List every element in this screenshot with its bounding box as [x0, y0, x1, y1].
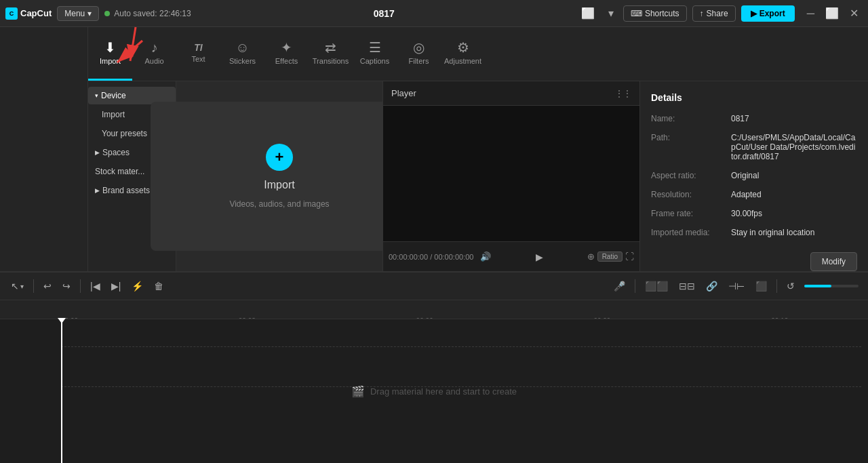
close-button[interactable]: ✕ [846, 5, 863, 21]
export-icon: ▶ [751, 9, 757, 18]
effects-tab-label: Effects [275, 57, 298, 65]
detail-media-label: Imported media: [651, 228, 726, 237]
history-button[interactable]: ↺ [783, 278, 799, 294]
player-right-controls: ⊕ Ratio ⛶ [587, 251, 634, 262]
ratio-badge[interactable]: Ratio [597, 251, 623, 262]
details-title: Details [651, 92, 857, 103]
bottom-toolbar: ↖ ▾ ↩ ↪ |◀ ▶| ⚡ [0, 272, 868, 300]
undo-button[interactable]: ↩ [39, 278, 56, 294]
fullscreen-icon[interactable]: ⛶ [625, 251, 634, 262]
play-button[interactable]: ▶ [536, 251, 543, 262]
detail-framerate: Frame rate: 30.00fps [651, 209, 857, 218]
detail-path: Path: C:/Users/PMLS/AppData/Local/CapCut… [651, 133, 857, 161]
detail-media-value: Stay in original location [731, 228, 857, 237]
logo-icon: C [5, 7, 18, 20]
mark-in-button[interactable]: |◀ [86, 278, 104, 294]
transitions-tab-label: Transitions [313, 57, 349, 65]
import-drop-zone[interactable]: + Import Videos, audios, and images [151, 102, 408, 251]
adjustment-tab-label: Adjustment [444, 57, 481, 65]
main-track [61, 346, 861, 387]
detail-aspect-label: Aspect ratio: [651, 171, 726, 180]
player-menu-icon[interactable]: ⋮⋮ [615, 89, 631, 98]
text-tab-icon: TI [194, 43, 202, 52]
detail-resolution: Resolution: Adapted [651, 190, 857, 199]
tab-transitions[interactable]: ⇄ Transitions [309, 27, 353, 81]
import-plus-button[interactable]: + [266, 144, 293, 171]
tab-text[interactable]: TI Text [176, 27, 220, 81]
clip-mode-button[interactable]: ⬛⬛ [641, 278, 672, 294]
captions-tab-icon: ☰ [369, 41, 381, 54]
monitor-button[interactable]: ⬜ [577, 4, 599, 22]
timeline-content: 🎬 Drag material here and start to create [0, 319, 868, 463]
detail-resolution-value: Adapted [731, 190, 857, 199]
export-button[interactable]: ▶ Export [741, 5, 795, 22]
link-button[interactable]: 🔗 [702, 278, 722, 294]
tab-audio[interactable]: ♪ Audio [132, 27, 176, 81]
app-name: CapCut [20, 8, 52, 18]
filters-tab-label: Filters [409, 57, 429, 65]
detail-aspect-value: Original [731, 171, 857, 180]
player-title: Player [391, 88, 416, 98]
delete-button[interactable]: 🗑 [150, 278, 167, 294]
layout-button[interactable]: ⬛ [751, 278, 771, 294]
mark-in-icon: |◀ [90, 281, 100, 291]
chevron-right-icon-spaces: ▶ [95, 149, 100, 156]
import-drop-area[interactable]: + Import Videos, audios, and images [176, 81, 382, 271]
import-tab-label: Import [100, 57, 121, 65]
chevron-right-icon-brand: ▶ [95, 187, 100, 194]
tab-captions[interactable]: ☰ Captions [353, 27, 397, 81]
mic-button[interactable]: 🎤 [610, 278, 629, 294]
text-tab-label: Text [191, 55, 205, 63]
magnet-button[interactable]: ⊟⊟ [675, 278, 699, 294]
volume-icon[interactable]: 🔊 [480, 251, 491, 262]
window-controls: ─ ⬜ ✕ [803, 5, 863, 21]
details-fields: Name: 0817 Path: C:/Users/PMLS/AppData/L… [651, 114, 857, 247]
minimize-button[interactable]: ─ [803, 5, 818, 21]
expand-button[interactable]: ▾ [604, 4, 618, 22]
trim-button[interactable]: ⊣⊢ [724, 278, 749, 294]
menu-button[interactable]: Menu ▾ [57, 6, 99, 21]
topbar: C CapCut Menu ▾ Auto saved: 22:46:13 081… [0, 0, 868, 27]
zoom-fit-icon[interactable]: ⊕ [587, 251, 595, 262]
detail-name-label: Name: [651, 114, 726, 123]
zoom-slider[interactable] [804, 285, 859, 287]
shortcuts-button[interactable]: ⌨ Shortcuts [623, 5, 687, 22]
audio-tab-label: Audio [144, 57, 163, 65]
tab-filters[interactable]: ◎ Filters [397, 27, 441, 81]
film-icon: 🎬 [351, 385, 365, 398]
share-button[interactable]: ↑ Share [692, 5, 736, 22]
stickers-tab-icon: ☺ [235, 41, 249, 54]
details-footer: Modify [651, 247, 857, 271]
drag-hint-text: Drag material here and start to create [370, 386, 517, 397]
select-tool-button[interactable]: ↖ ▾ [7, 278, 28, 294]
tab-effects[interactable]: ✦ Effects [264, 27, 309, 81]
tab-import[interactable]: ⬇ Import [88, 27, 132, 81]
detail-aspect: Aspect ratio: Original [651, 171, 857, 180]
project-title: 0817 [197, 8, 572, 19]
player-panel: Player ⋮⋮ 00:00:00:00 / 00:00:00:00 🔊 [382, 81, 640, 271]
toolbar-right: 🎤 ⬛⬛ ⊟⊟ 🔗 ⊣⊢ ⬛ [610, 278, 861, 294]
restore-button[interactable]: ⬜ [821, 5, 843, 21]
detail-name: Name: 0817 [651, 114, 857, 123]
details-panel: Details Name: 0817 Path: C:/Users/PMLS/A… [640, 81, 868, 271]
share-icon: ↑ [700, 9, 704, 18]
modify-button[interactable]: Modify [810, 252, 857, 271]
toolbar-separator-3 [635, 279, 635, 293]
player-canvas [383, 106, 639, 241]
tab-adjustment[interactable]: ⚙ Adjustment [441, 27, 485, 81]
mark-out-icon: ▶| [111, 281, 121, 291]
detail-path-label: Path: [651, 133, 726, 161]
split-button[interactable]: ⚡ [127, 278, 147, 294]
toolbar-separator-4 [776, 279, 777, 293]
redo-button[interactable]: ↪ [58, 278, 75, 294]
import-sublabel: Videos, audios, and images [229, 199, 329, 209]
filters-tab-icon: ◎ [413, 41, 425, 54]
saved-indicator [104, 11, 110, 16]
detail-resolution-label: Resolution: [651, 190, 726, 199]
mark-out-button[interactable]: ▶| [107, 278, 125, 294]
tab-stickers[interactable]: ☺ Stickers [220, 27, 264, 81]
timeline-playhead[interactable] [61, 319, 62, 463]
playhead-triangle [58, 318, 66, 323]
detail-imported-media: Imported media: Stay in original locatio… [651, 228, 857, 237]
clip-icon: ⬛⬛ [645, 281, 668, 291]
